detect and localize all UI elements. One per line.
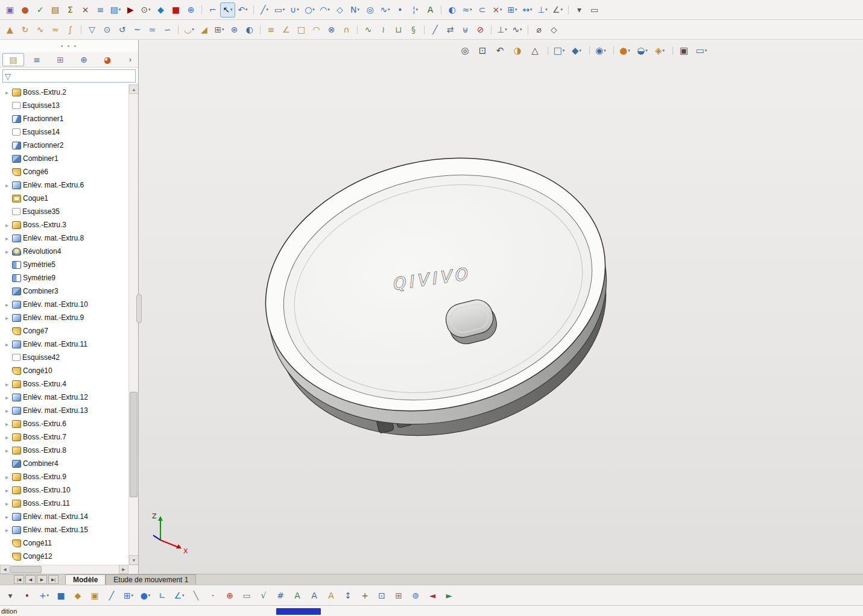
verify-icon[interactable]: √ <box>256 588 271 603</box>
panel-grip-handle[interactable]: • • • <box>0 40 138 52</box>
macro-run-icon[interactable]: ▶ <box>123 2 138 17</box>
scroll-up-icon[interactable]: ▲ <box>129 84 138 94</box>
circle-icon[interactable]: ○ <box>302 2 317 17</box>
tree-item[interactable]: Enlèv. mat.-Extru.12 <box>0 391 128 404</box>
convert-sketch-icon[interactable]: ⊂ <box>475 2 490 17</box>
tree-item[interactable]: Esquisse35 <box>0 205 128 218</box>
mirror-feature-icon[interactable]: ◐ <box>242 22 257 37</box>
rectangle-icon[interactable]: ▭ <box>272 2 287 17</box>
toolbar-flyout-icon[interactable]: ▾ <box>572 2 587 17</box>
fillet-xpert-icon[interactable]: ◆ <box>70 588 86 603</box>
tab-nav-button[interactable]: |◀ <box>14 575 24 584</box>
dimension-box-icon[interactable]: # <box>273 588 288 603</box>
scrollbar-thumb[interactable] <box>10 566 42 573</box>
slot-icon[interactable]: ∪ <box>287 2 302 17</box>
expand-arrow-icon[interactable] <box>4 341 10 348</box>
next-flag-icon[interactable]: ► <box>441 588 457 603</box>
spline-icon[interactable]: N <box>347 2 362 17</box>
tree-item[interactable]: Symétrie5 <box>0 258 128 271</box>
record-macro-icon[interactable]: ■ <box>168 2 183 17</box>
boundary-boss-icon[interactable]: ∫ <box>63 22 78 37</box>
equations-icon[interactable]: Σ <box>63 2 78 17</box>
tree-item[interactable]: Boss.-Extru.8 <box>0 444 128 457</box>
extruded-boss-icon[interactable]: ▲ <box>2 22 17 37</box>
tree-item[interactable]: Combiner1 <box>0 152 128 165</box>
note-icon[interactable]: A <box>306 588 322 603</box>
tab-nav-button[interactable]: ◀ <box>25 575 36 584</box>
measure-icon[interactable]: ⌀ <box>531 22 546 37</box>
tree-item[interactable]: Esquisse13 <box>0 99 128 112</box>
format-painter-icon[interactable]: ▤ <box>108 2 123 17</box>
tree-item[interactable]: Congé10 <box>0 364 128 377</box>
quick-snaps-icon[interactable]: ∠ <box>550 2 565 17</box>
design-binder-icon[interactable]: ▤ <box>48 2 63 17</box>
expand-arrow-icon[interactable] <box>4 500 10 507</box>
configurationmanager-tab[interactable]: ⊞ <box>49 53 71 66</box>
combine-bodies-icon[interactable]: ⊎ <box>458 22 473 37</box>
move-entities-icon[interactable]: ↔ <box>520 2 535 17</box>
indent-icon[interactable]: ⊔ <box>391 22 406 37</box>
tree-item[interactable]: Congé7 <box>0 324 128 338</box>
undo-icon[interactable]: ↶ <box>235 2 250 17</box>
propertymanager-tab[interactable]: ≡ <box>26 53 48 66</box>
displaymanager-tab[interactable]: ◕ <box>96 53 118 66</box>
tree-item[interactable]: Enlèv. mat.-Extru.15 <box>0 523 128 536</box>
tree-item[interactable]: Boss.-Extru.6 <box>0 417 128 430</box>
shell-icon[interactable]: □ <box>294 22 309 37</box>
boundary-cut-icon[interactable]: ∽ <box>160 22 175 37</box>
polygon-icon[interactable]: ◇ <box>332 2 347 17</box>
tree-item[interactable]: Boss.-Extru.7 <box>0 430 128 444</box>
trim-entities-icon[interactable]: × <box>490 2 505 17</box>
expand-arrow-icon[interactable] <box>4 222 10 228</box>
solid-box-icon[interactable]: ▣ <box>87 588 103 603</box>
deform-icon[interactable]: ≀ <box>376 22 391 37</box>
lofted-boss-icon[interactable]: ≈ <box>48 22 63 37</box>
tab-nav-button[interactable]: ▶| <box>48 575 58 584</box>
tree-item[interactable]: Boss.-Extru.9 <box>0 470 128 483</box>
display-relations-icon[interactable]: ⊥ <box>535 2 550 17</box>
tab-motion-study[interactable]: Etude de mouvement 1 <box>106 574 196 585</box>
select-pointer-icon[interactable]: ↖ <box>220 2 235 17</box>
tree-item[interactable]: Congé11 <box>0 536 128 550</box>
tree-item[interactable]: Combiner4 <box>0 457 128 470</box>
tree-item[interactable]: Congé12 <box>0 550 128 563</box>
freeform-icon[interactable]: ∿ <box>361 22 376 37</box>
tree-item[interactable]: Enlèv. mat.-Extru.8 <box>0 231 128 245</box>
wrap-icon[interactable]: ◠ <box>309 22 324 37</box>
tree-item[interactable]: Enlèv. mat.-Extru.13 <box>0 404 128 417</box>
tree-item[interactable]: Boss.-Extru.4 <box>0 377 128 391</box>
expand-arrow-icon[interactable] <box>4 407 10 414</box>
tree-item[interactable]: Révolution4 <box>0 245 128 258</box>
tree-item[interactable]: Boss.-Extru.2 <box>0 86 128 99</box>
expand-arrow-icon[interactable] <box>4 447 10 454</box>
options-icon[interactable]: ⊙ <box>138 2 153 17</box>
tab-model[interactable]: Modèle <box>65 574 106 585</box>
tree-item[interactable]: Combiner3 <box>0 284 128 298</box>
tree-item[interactable]: Enlèv. mat.-Extru.9 <box>0 311 128 324</box>
expand-arrow-icon[interactable] <box>4 474 10 480</box>
revolved-boss-icon[interactable]: ↻ <box>17 22 33 37</box>
ellipse-icon[interactable]: ◎ <box>362 2 378 17</box>
circular-pattern-icon[interactable]: ⊛ <box>227 22 242 37</box>
expand-arrow-icon[interactable] <box>4 527 10 533</box>
tab-nav-button[interactable]: ▶ <box>37 575 47 584</box>
swept-cut-icon[interactable]: ~ <box>130 22 145 37</box>
expand-arrow-icon[interactable] <box>4 394 10 401</box>
scrollbar-thumb[interactable] <box>130 392 138 497</box>
linear-sketch-pattern-icon[interactable]: ⊞ <box>505 2 520 17</box>
previous-flag-icon[interactable]: ◄ <box>425 588 440 603</box>
xpress-products-icon[interactable]: ◆ <box>153 2 168 17</box>
delete-body-icon[interactable]: ⊘ <box>473 22 488 37</box>
diagonal-icon[interactable]: ╱ <box>104 588 119 603</box>
filter-input[interactable] <box>13 71 133 81</box>
linear-pattern-icon[interactable]: ⊞ <box>212 22 227 37</box>
split-icon[interactable]: ╱ <box>428 22 443 37</box>
pin-toolbar-icon[interactable]: ▭ <box>587 2 602 17</box>
tree-item[interactable]: Esquisse42 <box>0 351 128 364</box>
line-icon[interactable]: ╱ <box>257 2 272 17</box>
curves-icon[interactable]: ∿ <box>510 22 525 37</box>
expand-arrow-icon[interactable] <box>4 434 10 441</box>
move-copy-body-icon[interactable]: ⇄ <box>443 22 458 37</box>
globe-icon[interactable]: ⊚ <box>408 588 423 603</box>
thermostat-model[interactable]: QIVIVO <box>240 125 631 467</box>
